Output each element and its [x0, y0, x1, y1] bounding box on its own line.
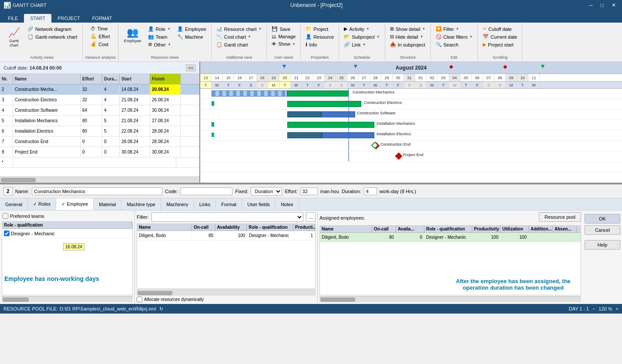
tab-roles[interactable]: ✓ Roles — [28, 198, 56, 210]
tab-start[interactable]: START — [24, 14, 51, 23]
capacity-big-btn[interactable]: 👥 Employee — [121, 25, 144, 45]
task-list-scrollbar[interactable] — [0, 177, 199, 183]
resource-pool-button[interactable]: Resource pool — [539, 212, 581, 222]
project-button[interactable]: 📁 Project — [303, 25, 336, 33]
zoom-out-button[interactable]: − — [592, 306, 595, 311]
role-scrollbar[interactable] — [2, 296, 133, 302]
role-button[interactable]: 👤 Role ▼ — [146, 25, 173, 33]
network-diagram-button[interactable]: 🔗 Network diagram — [25, 25, 80, 33]
other-button[interactable]: ⚙ Other ▼ — [146, 41, 173, 48]
table-row[interactable]: 8 Project End 0 0 30.08.24 30.08.24 — [0, 147, 199, 157]
gantt-network-icon: 📋 — [27, 34, 34, 40]
tab-general[interactable]: General — [0, 198, 28, 210]
effort-input[interactable] — [300, 187, 318, 195]
structure-label: Structure — [400, 55, 416, 60]
table-row[interactable]: 5 Installation Mechanics 80 5 21.08.24 2… — [0, 116, 199, 126]
team-button[interactable]: 👥 Team — [146, 33, 173, 40]
assign-scrollbar[interactable] — [319, 296, 581, 302]
in-subproject-button[interactable]: 📥 In subproject — [388, 41, 428, 48]
capacity-small-btns: 👤 Role ▼ 👥 Team ⚙ Other ▼ — [146, 25, 173, 48]
employee-btn[interactable]: 👤 Employee — [175, 25, 208, 33]
filter-select[interactable] — [151, 212, 304, 222]
employee-label: Employee — [185, 27, 206, 32]
subproject-button[interactable]: 📂 Subproject ▼ — [342, 33, 382, 40]
gantt-chart-button[interactable]: 📈 Ganttchart — [4, 25, 24, 49]
avail-scroll-thumb[interactable] — [138, 291, 172, 295]
tab-format[interactable]: Format — [216, 198, 242, 210]
tab-employee[interactable]: ✓ Employee — [56, 198, 94, 210]
role-scroll-thumb[interactable] — [3, 297, 29, 302]
link-button[interactable]: 🔗 Link ▼ — [342, 41, 382, 48]
scroll-thumb[interactable] — [1, 178, 36, 182]
tab-machinery[interactable]: Machinery — [161, 198, 194, 210]
cutoff-date-button[interactable]: ✂ Cutoff date — [481, 25, 519, 33]
minimize-button[interactable]: ─ — [586, 1, 595, 9]
assign-table-row[interactable]: Diligent, Bodo 80 0 Designer - Mechanic … — [320, 233, 581, 242]
wd-W3: W — [370, 82, 381, 88]
task-name-input[interactable] — [32, 187, 162, 195]
ok-button[interactable]: OK — [585, 214, 620, 224]
search-ribbon-button[interactable]: 🔍 Search — [434, 41, 475, 48]
avail-scrollbar[interactable] — [137, 290, 316, 296]
tab-links[interactable]: Links — [194, 198, 216, 210]
table-row[interactable]: 6 Installation Electrics 80 5 22.08.24 2… — [0, 126, 199, 137]
filter-button[interactable]: 🔽 Filter ▼ — [434, 25, 475, 33]
role-checkbox[interactable] — [4, 230, 10, 236]
gantt-network-button[interactable]: 📋 Gantt-network chart — [25, 33, 80, 40]
cancel-button[interactable]: Cancel — [585, 225, 620, 235]
current-date-button[interactable]: 📅 Current date — [481, 33, 519, 40]
filter-apply-btn[interactable]: ... — [306, 212, 316, 222]
time-button[interactable]: ⏱ Time — [88, 25, 112, 32]
save-view-button[interactable]: 💾 Save — [269, 25, 298, 33]
resource-button[interactable]: 👤 Resource — [303, 33, 336, 40]
duration-input[interactable] — [364, 187, 377, 195]
col-header-nr: Nr. — [0, 74, 13, 84]
maximize-button[interactable]: □ — [598, 1, 606, 9]
table-row[interactable]: 7 Construction End 0 0 28.08.24 28.08.24 — [0, 137, 199, 147]
gantt-network-label: Gantt-network chart — [35, 34, 77, 40]
tab-machine-type[interactable]: Machine type — [121, 198, 161, 210]
tab-project[interactable]: PROJECT — [51, 14, 86, 23]
fixed-select[interactable]: Duration Effort — [251, 187, 282, 196]
assign-scroll-thumb[interactable] — [320, 297, 355, 302]
resource-chart-button[interactable]: 📊 Resource chart ▼ — [214, 25, 264, 33]
table-row[interactable]: 4 Construction Software 64 4 27.08.24 30… — [0, 105, 199, 116]
machine-btn[interactable]: 🔧 Machine — [175, 33, 208, 40]
cost-button[interactable]: 💰 Cost — [88, 40, 112, 48]
activity-button[interactable]: ▶ Activity ▼ — [342, 25, 382, 33]
info-button[interactable]: ℹ Info — [303, 41, 336, 48]
avail-table-row[interactable]: Diligent, Bodo 80 100 Designer - Mechani… — [137, 231, 315, 240]
tab-user-fields[interactable]: User fields — [242, 198, 276, 210]
table-row[interactable]: 2 Construction Mecha... 32 4 14.08.24 20… — [0, 84, 199, 95]
resource-icon: 👤 — [306, 34, 312, 40]
help-button[interactable]: Help — [585, 240, 620, 250]
gantt-chart-additional-button[interactable]: 📋 Gantt chart — [214, 41, 264, 48]
tab-format[interactable]: FORMAT — [86, 14, 118, 23]
current-date-icon: 📅 — [483, 34, 489, 40]
code-input[interactable] — [180, 187, 232, 195]
zoom-in-button[interactable]: + — [616, 306, 619, 311]
cell-nr: 6 — [0, 126, 13, 136]
effort-button[interactable]: 💪 Effort — [88, 33, 112, 40]
table-row[interactable]: 3 Construction Electrics 32 4 21.08.24 2… — [0, 95, 199, 105]
tab-file[interactable]: FILE — [2, 14, 24, 23]
show-detail-button[interactable]: ⊞ Show detail ▼ — [388, 25, 428, 33]
close-button[interactable]: ✕ — [609, 1, 619, 9]
gantt-area: Cutoff date: 14.08.24 00:00 << Nr. Name … — [0, 62, 622, 184]
nav-back-button[interactable]: << — [186, 64, 196, 71]
tab-notes[interactable]: Notes — [276, 198, 299, 210]
clear-filters-button[interactable]: 🚫 Clear filters ▼ — [434, 33, 475, 40]
show-button[interactable]: 👁 Show ▼ — [269, 40, 298, 47]
preferred-teams-checkbox[interactable] — [3, 213, 8, 219]
table-row-new[interactable]: * — [0, 157, 199, 168]
cost-chart-button[interactable]: 📉 Cost chart ▼ — [214, 33, 264, 40]
structure-content: ⊞ Show detail ▼ ⊟ Hide detail ▼ 📥 In sub… — [388, 24, 428, 54]
project-start-button[interactable]: ▶ Project start — [481, 41, 519, 48]
role-table-row[interactable]: Designer - Mechanic — [2, 229, 132, 238]
refresh-icon[interactable]: ↻ — [159, 306, 163, 312]
allocate-checkbox[interactable] — [137, 297, 142, 302]
hide-detail-button[interactable]: ⊟ Hide detail ▼ — [388, 33, 428, 40]
manage-button[interactable]: 🗂 Manage — [269, 33, 298, 40]
subproject-label: Subproject — [352, 34, 375, 40]
tab-material[interactable]: Material — [94, 198, 121, 210]
